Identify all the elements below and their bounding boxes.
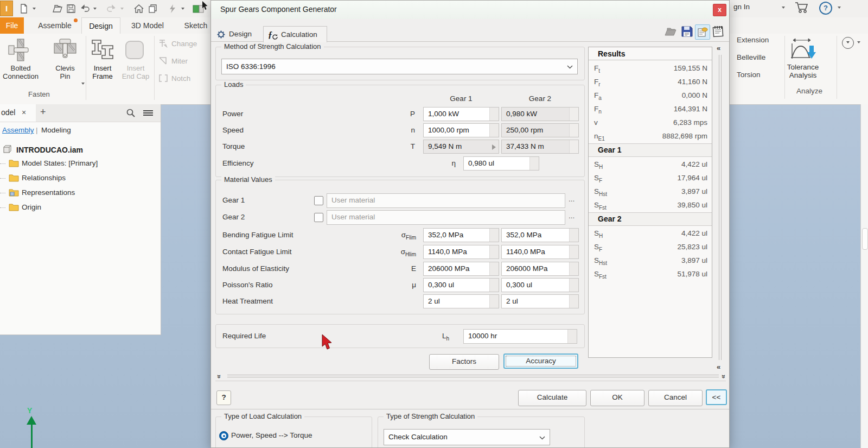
material-gear2-more-button[interactable]: ... — [569, 209, 575, 223]
required-life-field[interactable]: 10000 hr — [463, 329, 577, 344]
browser-menu-icon[interactable] — [143, 109, 153, 117]
contact-fatigue-gear2-field[interactable]: 1140,0 MPa — [501, 245, 579, 259]
results-collapse-splitter[interactable]: « « — [714, 44, 726, 371]
tree-item-origin[interactable]: Origin — [22, 203, 41, 212]
tree-item-model-states[interactable]: Model States: [Primary] — [22, 159, 98, 168]
torsion-button[interactable]: Torsion — [737, 71, 761, 79]
poisson-gear1-field[interactable]: 0,300 ul — [423, 278, 499, 292]
clevis-pin-icon[interactable] — [52, 38, 78, 62]
help-icon[interactable]: ? — [819, 2, 832, 15]
tab-sketch[interactable]: Sketch — [177, 17, 215, 34]
sign-in-label[interactable]: gn In — [733, 3, 750, 11]
dialog-close-button[interactable]: x — [713, 4, 726, 16]
dialog-notepad-icon[interactable] — [711, 24, 725, 39]
load-calc-radio[interactable] — [219, 431, 228, 440]
open-icon[interactable] — [52, 3, 63, 14]
browser-add-tab-icon[interactable]: + — [40, 106, 46, 118]
load-calc-radio-label[interactable]: Power, Speed --> Torque — [231, 428, 312, 443]
help-caret[interactable] — [838, 7, 841, 9]
speed-gear2-field[interactable]: 250,00 rpm — [501, 123, 579, 137]
tab-3d-model[interactable]: 3D Model — [125, 17, 170, 34]
ribbon-collapse-caret[interactable] — [857, 41, 860, 43]
accuracy-button[interactable]: Accuracy — [503, 354, 578, 369]
speed-gear1-field[interactable]: 1000,00 rpm — [423, 123, 499, 137]
tab-assemble[interactable]: Assemble — [31, 17, 78, 34]
dialog-save-icon[interactable] — [680, 24, 694, 39]
tree-root-label[interactable]: INTRODUCAO.iam — [16, 145, 83, 155]
poisson-gear2-field[interactable]: 0,300 ul — [501, 278, 579, 292]
torque-flyout-arrow-icon[interactable] — [492, 144, 496, 150]
results-title: Results — [589, 47, 712, 60]
material-gear1-more-button[interactable]: ... — [569, 192, 575, 206]
browser-tab-label[interactable]: odel — [1, 108, 15, 117]
model-browser-panel: odel × + Assembly | Modeling INTRODUCAO.… — [0, 104, 161, 335]
modulus-gear2-field[interactable]: 206000 MPa — [501, 262, 579, 276]
tree-item-representations[interactable]: Representations — [22, 188, 75, 198]
bending-fatigue-gear1-field[interactable]: 352,0 MPa — [423, 228, 499, 242]
torque-gear1-field[interactable]: 9,549 N m — [423, 140, 499, 154]
material-gear2-checkbox[interactable] — [314, 213, 323, 222]
factors-button[interactable]: Factors — [429, 354, 499, 370]
material-gear2-field[interactable]: User material — [327, 210, 565, 225]
clevis-pin-caret[interactable] — [81, 83, 85, 85]
copy-view-icon[interactable] — [148, 3, 158, 14]
strength-calc-combobox[interactable]: Check Calculation — [384, 429, 550, 445]
undo-caret[interactable] — [93, 8, 97, 10]
material-gear1-checkbox[interactable] — [314, 196, 323, 205]
clevis-pin-button[interactable]: Clevis Pin — [46, 64, 85, 80]
tab-design[interactable]: Design — [81, 17, 120, 34]
material-gear1-field[interactable]: User material — [327, 193, 565, 208]
power-gear2-field[interactable]: 0,980 kW — [501, 107, 579, 121]
insert-frame-icon[interactable] — [90, 38, 115, 62]
bending-fatigue-gear2-field[interactable]: 352,0 MPa — [501, 228, 579, 242]
home-icon[interactable] — [133, 3, 144, 14]
new-file-icon[interactable] — [18, 3, 29, 14]
dialog-export-results-icon[interactable] — [695, 24, 710, 40]
extension-button[interactable]: Extension — [737, 36, 769, 44]
dialog-expander-bar[interactable]: « « — [215, 372, 726, 381]
right-panel-edge[interactable] — [860, 104, 868, 448]
browser-tab-close-icon[interactable]: × — [22, 108, 26, 117]
browser-search-icon[interactable] — [126, 108, 136, 118]
folder-icon — [9, 173, 19, 182]
heat-treatment-gear1-field[interactable]: 2 ul — [423, 294, 499, 308]
bolted-connection-button[interactable]: Bolted Connection — [0, 64, 46, 80]
mode-modeling-link[interactable]: Modeling — [41, 126, 71, 134]
dialog-help-button[interactable]: ? — [216, 390, 231, 405]
ribbon-collapse-toggle[interactable] — [842, 37, 854, 49]
dialog-tab-calculation[interactable]: ƒ Calculation — [263, 26, 327, 42]
power-gear1-field[interactable]: 1,000 kW — [423, 107, 499, 121]
belleville-button[interactable]: Belleville — [737, 53, 765, 61]
torque-gear2-field[interactable]: 37,433 N m — [501, 140, 579, 154]
cart-icon[interactable] — [794, 1, 809, 14]
expand-collapse-button[interactable]: << — [706, 389, 727, 405]
bolted-connection-icon[interactable] — [8, 38, 34, 62]
sign-in-caret[interactable] — [782, 7, 785, 9]
ok-button[interactable]: OK — [590, 390, 644, 406]
contact-fatigue-gear1-field[interactable]: 1140,0 MPa — [423, 245, 499, 259]
lightning-caret[interactable] — [181, 8, 184, 10]
tree-item-relationships[interactable]: Relationships — [22, 173, 66, 183]
save-icon[interactable] — [66, 3, 76, 14]
required-life-symbol: Lh — [422, 329, 449, 346]
method-combobox[interactable]: ISO 6336:1996 — [221, 59, 578, 74]
modulus-gear1-field[interactable]: 206000 MPa — [423, 262, 499, 276]
calculate-button[interactable]: Calculate — [518, 390, 586, 406]
inventor-logo[interactable]: I — [0, 1, 13, 16]
load-calc-group: Type of Load Calculation Power, Speed --… — [215, 417, 372, 448]
dialog-open-icon[interactable] — [663, 24, 678, 39]
mode-assembly-link[interactable]: Assembly — [2, 126, 34, 134]
heat-treatment-label: Heat Treatment — [222, 294, 273, 308]
dialog-titlebar[interactable]: Spur Gears Component Generator x — [211, 1, 729, 19]
heat-treatment-gear2-field[interactable]: 2 ul — [501, 294, 579, 308]
undo-icon[interactable] — [79, 3, 90, 14]
new-file-caret[interactable] — [33, 8, 36, 10]
tab-file[interactable]: File — [0, 17, 24, 34]
cancel-button[interactable]: Cancel — [648, 390, 703, 406]
dialog-tab-design[interactable]: Design — [216, 27, 263, 42]
representations-folder-icon — [9, 188, 19, 197]
insert-frame-button[interactable]: Insert Frame — [87, 64, 118, 80]
efficiency-field[interactable]: 0,980 ul — [463, 156, 539, 171]
tolerance-analysis-button[interactable]: Tolerance Analysis — [783, 63, 822, 79]
tolerance-analysis-icon[interactable] — [790, 36, 816, 62]
